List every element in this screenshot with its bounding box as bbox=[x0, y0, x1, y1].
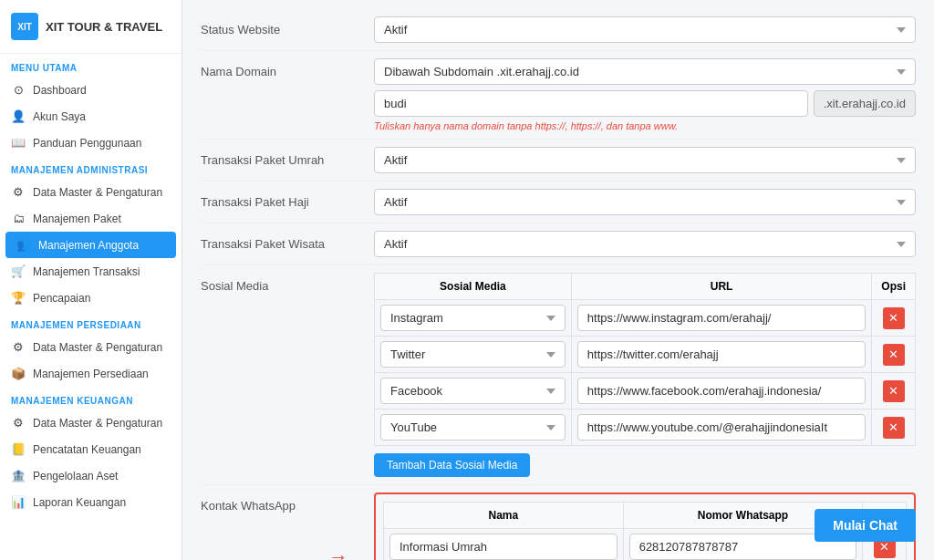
sidebar-item-laporan[interactable]: 📊 Laporan Keuangan bbox=[0, 489, 182, 515]
nama-domain-select[interactable]: Dibawah Subdomain .xit.erahajj.co.id bbox=[374, 58, 916, 85]
social-table-row: YouTube ✕ bbox=[375, 410, 916, 446]
social-delete-button[interactable]: ✕ bbox=[883, 307, 905, 329]
sidebar-item-label: Data Master & Pengaturan bbox=[33, 341, 162, 354]
sidebar-logo: XIT XIT TOUR & TRAVEL bbox=[0, 0, 182, 54]
logo-text: XIT TOUR & TRAVEL bbox=[46, 20, 162, 34]
social-table: Sosial Media URL Opsi Instagram ✕ Twitte… bbox=[374, 273, 916, 446]
sidebar-item-pencatatan[interactable]: 📒 Pencatatan Keuangan bbox=[0, 436, 182, 462]
social-platform-select[interactable]: YouTube bbox=[380, 414, 566, 441]
social-url-input[interactable] bbox=[577, 341, 866, 368]
settings2-icon: ⚙ bbox=[11, 340, 26, 354]
box-icon: 📦 bbox=[11, 367, 26, 380]
social-col3-header: Opsi bbox=[872, 274, 916, 300]
settings3-icon: ⚙ bbox=[11, 416, 26, 430]
sidebar-item-label: Dashboard bbox=[33, 84, 87, 97]
sidebar-item-label: Pengelolaan Aset bbox=[33, 470, 118, 482]
transaksi-wisata-row: Transaksi Paket Wisata Aktif bbox=[201, 223, 916, 265]
domain-suffix: .xit.erahajj.co.id bbox=[814, 90, 916, 117]
wa-arrow-icon: → bbox=[328, 545, 348, 561]
social-delete-button[interactable]: ✕ bbox=[883, 380, 905, 402]
social-delete-button[interactable]: ✕ bbox=[883, 417, 905, 439]
sidebar-item-aset[interactable]: 🏦 Pengelolaan Aset bbox=[0, 462, 182, 489]
nama-domain-label: Nama Domain bbox=[201, 58, 374, 78]
btn-add-social[interactable]: Tambah Data Sosial Media bbox=[374, 453, 530, 477]
trophy-icon: 🏆 bbox=[11, 291, 26, 305]
sidebar-item-paket[interactable]: 🗂 Manajemen Paket bbox=[0, 205, 182, 232]
sidebar-item-anggota[interactable]: 👥 Manajemen Anggota bbox=[5, 232, 176, 258]
wa-col1-header: Nama bbox=[384, 503, 624, 529]
user-icon: 👤 bbox=[11, 109, 26, 123]
bank-icon: 🏦 bbox=[11, 469, 26, 482]
social-delete-button[interactable]: ✕ bbox=[883, 344, 905, 366]
section-title-menu-utama: MENU UTAMA bbox=[0, 54, 182, 77]
transaksi-wisata-select[interactable]: Aktif bbox=[374, 231, 916, 257]
sidebar-item-transaksi[interactable]: 🛒 Manajemen Transaksi bbox=[0, 258, 182, 285]
sidebar-item-panduan[interactable]: 📖 Panduan Penggunaan bbox=[0, 130, 182, 156]
status-website-select[interactable]: Aktif bbox=[374, 16, 916, 43]
sidebar-item-label: Akun Saya bbox=[33, 110, 86, 123]
sidebar: XIT XIT TOUR & TRAVEL MENU UTAMA ⊙ Dashb… bbox=[0, 0, 182, 560]
sidebar-item-label: Laporan Keuangan bbox=[33, 496, 126, 509]
sidebar-item-pencapaian[interactable]: 🏆 Pencapaian bbox=[0, 285, 182, 311]
social-platform-select[interactable]: Twitter bbox=[380, 341, 566, 368]
social-col2-header: URL bbox=[571, 274, 871, 300]
domain-hint: Tuliskan hanya nama domain tanpa https:/… bbox=[374, 120, 916, 131]
social-url-input[interactable] bbox=[577, 378, 866, 404]
sidebar-item-label: Manajemen Paket bbox=[33, 213, 121, 225]
chart-icon: 📊 bbox=[11, 495, 26, 509]
nama-domain-field: Dibawah Subdomain .xit.erahajj.co.id .xi… bbox=[374, 58, 916, 131]
status-website-row: Status Website Aktif bbox=[201, 9, 916, 51]
sidebar-item-persediaan[interactable]: 📦 Manajemen Persediaan bbox=[0, 360, 182, 387]
transaksi-umrah-field: Aktif bbox=[374, 147, 916, 173]
sidebar-item-label: Pencapaian bbox=[33, 292, 90, 305]
book-icon: 📖 bbox=[11, 136, 26, 150]
domain-input-row: .xit.erahajj.co.id bbox=[374, 90, 916, 117]
group-icon: 👥 bbox=[16, 238, 31, 252]
transaksi-haji-row: Transaksi Paket Haji Aktif bbox=[201, 181, 916, 223]
social-url-input[interactable] bbox=[577, 414, 866, 441]
cart-icon: 🛒 bbox=[11, 264, 26, 278]
social-platform-select[interactable]: Facebook bbox=[380, 378, 566, 404]
social-col1-header: Sosial Media bbox=[375, 274, 572, 300]
sidebar-item-keuangan-master[interactable]: ⚙ Data Master & Pengaturan bbox=[0, 410, 182, 436]
section-title-keuangan: MANAJEMEN KEUANGAN bbox=[0, 387, 182, 410]
sidebar-item-akun-saya[interactable]: 👤 Akun Saya bbox=[0, 103, 182, 130]
transaksi-haji-label: Transaksi Paket Haji bbox=[201, 189, 374, 209]
social-platform-select[interactable]: Instagram bbox=[380, 305, 566, 331]
sidebar-item-label: Data Master & Pengaturan bbox=[33, 186, 162, 199]
ledger-icon: 📒 bbox=[11, 442, 26, 456]
main-content: Status Website Aktif Nama Domain Dibawah… bbox=[182, 0, 934, 560]
section-title-admin: MANAJEMEN ADMINISTRASI bbox=[0, 156, 182, 179]
wa-nama-input[interactable] bbox=[389, 534, 617, 560]
sidebar-item-label: Manajemen Anggota bbox=[38, 239, 139, 252]
transaksi-umrah-select[interactable]: Aktif bbox=[374, 147, 916, 173]
sidebar-item-data-master[interactable]: ⚙ Data Master & Pengaturan bbox=[0, 179, 182, 205]
logo-icon: XIT bbox=[11, 13, 38, 40]
kontak-wa-label: Kontak WhatsApp bbox=[201, 493, 374, 513]
transaksi-umrah-row: Transaksi Paket Umrah Aktif bbox=[201, 140, 916, 181]
sosial-media-row: Sosial Media Sosial Media URL Opsi Insta… bbox=[201, 265, 916, 485]
sosial-media-label: Sosial Media bbox=[201, 273, 374, 293]
kontak-wa-row: Kontak WhatsApp → Nama Nomor Whatsapp Op… bbox=[201, 485, 916, 560]
social-table-row: Twitter ✕ bbox=[375, 337, 916, 373]
social-url-input[interactable] bbox=[577, 305, 866, 331]
sidebar-item-persediaan-master[interactable]: ⚙ Data Master & Pengaturan bbox=[0, 334, 182, 360]
transaksi-wisata-label: Transaksi Paket Wisata bbox=[201, 231, 374, 251]
sosial-media-field: Sosial Media URL Opsi Instagram ✕ Twitte… bbox=[374, 273, 916, 477]
mulai-chat-button[interactable]: Mulai Chat bbox=[815, 509, 916, 542]
status-website-label: Status Website bbox=[201, 16, 374, 36]
status-website-field: Aktif bbox=[374, 16, 916, 43]
dashboard-icon: ⊙ bbox=[11, 83, 26, 97]
sidebar-item-dashboard[interactable]: ⊙ Dashboard bbox=[0, 77, 182, 103]
sidebar-item-label: Manajemen Persediaan bbox=[33, 368, 149, 380]
settings-icon: ⚙ bbox=[11, 185, 26, 199]
transaksi-haji-select[interactable]: Aktif bbox=[374, 189, 916, 215]
social-table-row: Instagram ✕ bbox=[375, 300, 916, 337]
nama-domain-row: Nama Domain Dibawah Subdomain .xit.eraha… bbox=[201, 51, 916, 140]
folder-icon: 🗂 bbox=[11, 212, 26, 225]
transaksi-haji-field: Aktif bbox=[374, 189, 916, 215]
transaksi-umrah-label: Transaksi Paket Umrah bbox=[201, 147, 374, 167]
sidebar-item-label: Panduan Penggunaan bbox=[33, 137, 141, 150]
domain-input[interactable] bbox=[374, 90, 808, 117]
sidebar-item-label: Data Master & Pengaturan bbox=[33, 417, 162, 430]
